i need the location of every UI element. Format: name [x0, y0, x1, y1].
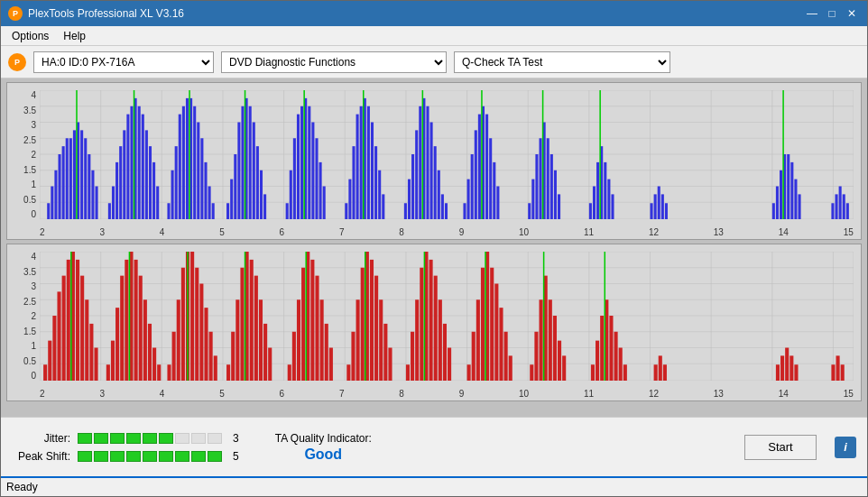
bottom-chart-svg	[40, 252, 854, 381]
svg-rect-305	[785, 348, 789, 381]
svg-rect-304	[780, 355, 784, 381]
svg-rect-128	[528, 203, 531, 219]
menu-bar: Options Help	[1, 26, 867, 46]
jitter-seg-2	[94, 433, 108, 444]
svg-rect-257	[383, 324, 387, 381]
svg-rect-252	[361, 268, 365, 381]
svg-rect-206	[125, 260, 128, 381]
svg-rect-307	[794, 364, 798, 381]
svg-rect-288	[558, 341, 561, 381]
svg-rect-215	[167, 364, 171, 381]
svg-rect-31	[73, 130, 76, 219]
svg-rect-81	[290, 170, 292, 219]
svg-rect-303	[776, 364, 780, 381]
ta-section: TA Quality Indicator: Good	[275, 432, 372, 463]
svg-rect-266	[434, 276, 438, 381]
svg-rect-78	[263, 194, 266, 219]
svg-rect-277	[494, 284, 498, 381]
svg-rect-164	[846, 203, 849, 219]
svg-rect-261	[411, 332, 414, 381]
ps-seg-1	[78, 451, 92, 462]
device-icon: P	[8, 53, 26, 71]
svg-rect-133	[547, 138, 549, 219]
menu-help[interactable]: Help	[56, 28, 93, 44]
svg-rect-130	[535, 154, 538, 219]
svg-rect-36	[91, 170, 94, 219]
function-select[interactable]: DVD Diagnostic Functions	[221, 51, 447, 73]
svg-rect-291	[591, 364, 595, 381]
bottom-chart-y-axis: 4 3.5 3 2.5 2 1.5 1 0.5 0	[7, 252, 40, 381]
ta-value: Good	[304, 446, 342, 463]
svg-rect-110	[426, 106, 429, 219]
svg-rect-239	[292, 332, 296, 381]
svg-rect-142	[604, 162, 606, 219]
minimize-button[interactable]: —	[804, 5, 820, 22]
svg-rect-228	[231, 332, 235, 381]
metrics-section: Jitter: 3 Peak Shift:	[12, 432, 239, 463]
svg-rect-56	[175, 146, 178, 219]
ps-seg-9	[208, 451, 222, 462]
svg-rect-77	[260, 170, 263, 219]
jitter-seg-7	[175, 433, 189, 444]
svg-rect-232	[250, 260, 254, 381]
test-select[interactable]: Q-Check TA Test	[454, 51, 670, 73]
svg-rect-243	[310, 260, 314, 381]
svg-rect-272	[472, 332, 476, 381]
svg-rect-27	[59, 154, 61, 219]
svg-rect-68	[226, 203, 229, 219]
svg-rect-218	[181, 268, 185, 381]
top-chart-inner: 4 3.5 3 2.5 2 1.5 1 0.5 0	[7, 83, 861, 239]
svg-rect-269	[448, 348, 451, 381]
svg-rect-114	[441, 194, 444, 219]
svg-rect-134	[550, 154, 553, 219]
svg-rect-199	[89, 324, 93, 381]
window-title: PlexTools Professional XL V3.16	[28, 7, 184, 20]
svg-rect-210	[143, 299, 147, 381]
ps-seg-6	[159, 451, 173, 462]
svg-rect-217	[177, 299, 180, 381]
svg-rect-25	[51, 187, 53, 219]
svg-rect-227	[226, 364, 230, 381]
info-button[interactable]: i	[835, 437, 856, 458]
svg-rect-292	[596, 341, 599, 381]
top-chart-x-axis: 2 3 4 5 6 7 8 9 10 11 12 13 14 15	[40, 227, 854, 237]
svg-rect-24	[47, 203, 50, 219]
svg-rect-245	[320, 299, 324, 381]
menu-options[interactable]: Options	[5, 28, 56, 44]
svg-rect-236	[268, 348, 272, 381]
svg-rect-225	[214, 355, 217, 381]
ps-seg-2	[94, 451, 108, 462]
svg-rect-260	[406, 364, 410, 381]
svg-rect-295	[609, 316, 613, 381]
top-chart: 4 3.5 3 2.5 2 1.5 1 0.5 0	[6, 82, 862, 240]
close-button[interactable]: ✕	[844, 5, 860, 22]
svg-rect-293	[600, 316, 604, 381]
svg-rect-117	[463, 203, 466, 219]
svg-rect-55	[171, 170, 174, 219]
start-button[interactable]: Start	[744, 435, 817, 460]
svg-rect-249	[346, 364, 350, 381]
svg-rect-273	[476, 299, 480, 381]
charts-area: 4 3.5 3 2.5 2 1.5 1 0.5 0	[1, 78, 867, 417]
svg-rect-198	[85, 299, 88, 381]
maximize-button[interactable]: □	[824, 5, 840, 22]
svg-rect-82	[293, 138, 296, 219]
window-frame: P PlexTools Professional XL V3.16 — □ ✕ …	[0, 0, 868, 497]
svg-rect-75	[253, 123, 255, 219]
svg-rect-246	[325, 324, 328, 381]
svg-rect-98	[367, 106, 370, 219]
svg-rect-49	[145, 130, 148, 219]
svg-rect-40	[112, 187, 115, 219]
svg-rect-282	[530, 364, 533, 381]
device-select[interactable]: HA:0 ID:0 PX-716A	[33, 51, 214, 73]
svg-rect-250	[351, 332, 355, 381]
bottom-chart-inner: 4 3.5 3 2.5 2 1.5 1 0.5 0	[7, 244, 861, 400]
svg-rect-223	[204, 308, 208, 381]
svg-rect-300	[654, 364, 658, 381]
svg-rect-30	[69, 138, 72, 219]
jitter-seg-8	[191, 433, 206, 444]
toolbar: P HA:0 ID:0 PX-716A DVD Diagnostic Funct…	[1, 46, 867, 78]
svg-rect-50	[149, 146, 152, 219]
svg-rect-262	[415, 299, 419, 381]
svg-rect-162	[839, 187, 842, 219]
